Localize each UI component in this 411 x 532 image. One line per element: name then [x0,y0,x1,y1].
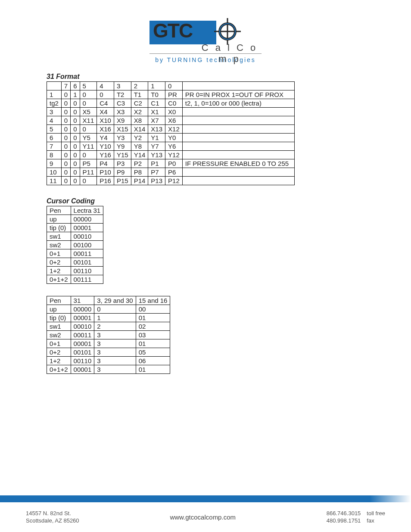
table-cell: Y12 [165,151,183,159]
table-cell: 00001 [71,339,94,348]
table-cell: t2, 1, 0=100 or 000 (lectra) [182,99,294,108]
table-cell: PR [165,90,183,99]
table-cell: 01 [136,365,170,374]
table-cell: 8 [47,151,62,159]
table-cell [182,134,294,142]
table-cell: 15 and 16 [136,296,170,305]
table-row: 11000P16P15P14P13P12 [47,177,295,185]
table-cell: 7 [47,142,62,151]
table-cell: 4 [97,82,114,90]
table-cell: 0 [94,305,136,314]
page-footer: 14557 N. 82nd St. Scottsdale, AZ 85260 w… [0,502,411,532]
table-cell: P15 [114,177,131,185]
phone-fax-label: fax [367,517,374,525]
table-cell: 0 [61,142,70,151]
table-cell: C0 [165,99,183,108]
table-cell: 11 [47,177,62,185]
table-cell: Y10 [97,142,114,151]
table-row: 1000P11P10P9P8P7P6 [47,168,295,177]
table-cell: IF PRESSURE ENABLED 0 TO 255 [182,159,294,168]
table-cell: 0+1 [47,249,71,258]
table-cell: X6 [165,116,183,125]
table-cell: Pen [47,296,71,305]
table-cell: 00011 [71,249,103,258]
table-cell: Y1 [148,134,165,142]
table-cell: X9 [114,116,131,125]
format-table: 7654321010100T2T1T0PRPR 0=IN PROX 1=OUT … [47,81,295,185]
table-cell: 3 [94,365,136,374]
table-cell: 7 [61,82,70,90]
table-cell: sw1 [47,322,71,331]
table-cell: 1 [47,90,62,99]
table-cell: 5 [80,82,97,90]
table-cell: 0 [61,108,70,116]
table-row: sw200100 [47,241,103,249]
table-cell: tg2 [47,99,62,108]
table-cell: 1+2 [47,357,71,365]
table-cell: 3 [94,357,136,365]
table-cell: 0 [71,116,80,125]
table-cell: 00001 [71,224,103,232]
table-cell: P0 [165,159,183,168]
table-row: tg2000C4C3C2C1C0t2, 1, 0=100 or 000 (lec… [47,99,295,108]
table-cell [47,82,62,90]
table-cell: P4 [97,159,114,168]
table-cell: 4 [47,116,62,125]
table-cell: X10 [97,116,114,125]
table-cell: 3, 29 and 30 [94,296,136,305]
table-cell: P1 [148,159,165,168]
table-cell: X0 [165,108,183,116]
table-cell: 1+2 [47,267,71,275]
table-cell: 0 [71,125,80,134]
table-cell: 2 [94,322,136,331]
table-cell [182,168,294,177]
table-cell: 0 [61,125,70,134]
table-cell: X2 [131,108,148,116]
cursor-coding-table-1: PenLectra 31up00000tip (0)00001sw100010s… [47,206,103,284]
table-cell: 0+1+2 [47,275,71,284]
table-cell: 1 [71,90,80,99]
table-row: sw100010202 [47,322,170,331]
table-cell [182,125,294,134]
cursor-coding-table-2: Pen313, 29 and 3015 and 16up00000000tip … [47,296,170,374]
logo: GTC C a l C o m p by TURNING technologie… [149,13,262,65]
table-cell: 1 [148,82,165,90]
table-cell: tip (0) [47,224,71,232]
table-row: 8000Y16Y15Y14Y13Y12 [47,151,295,159]
table-cell: 00010 [71,322,94,331]
table-cell [182,82,294,90]
table-cell: Y16 [97,151,114,159]
table-cell [182,151,294,159]
table-cell: P2 [131,159,148,168]
table-cell: Y8 [131,142,148,151]
table-cell: Y9 [114,142,131,151]
table-row: 0+1+200111 [47,275,103,284]
table-cell: 0+2 [47,258,71,267]
table-cell: 00011 [71,331,94,339]
table-cell: 0 [61,134,70,142]
table-row: up00000 [47,215,103,224]
table-cell: X3 [114,108,131,116]
table-cell: 00110 [71,267,103,275]
table-row: 0+200101305 [47,348,170,357]
table-row: tip (0)00001101 [47,314,170,322]
table-cell: 0 [80,99,97,108]
table-cell: 3 [114,82,131,90]
table-cell: 0 [61,151,70,159]
table-cell: 0 [71,134,80,142]
table-cell: 31 [71,296,94,305]
table-cell: Y5 [80,134,97,142]
footer-url: www.gtcocalcomp.com [170,513,236,521]
table-cell: 00101 [71,258,103,267]
section-title-cursor: Cursor Coding [47,197,377,205]
table-row: tip (0)00001 [47,224,103,232]
table-cell: 0 [61,116,70,125]
table-cell: 0 [71,142,80,151]
table-cell: 0 [80,177,97,185]
table-cell: 2 [131,82,148,90]
table-cell: X1 [148,108,165,116]
table-cell: sw2 [47,241,71,249]
table-cell: 00010 [71,232,103,241]
table-cell: 05 [136,348,170,357]
table-cell: Pen [47,206,71,215]
